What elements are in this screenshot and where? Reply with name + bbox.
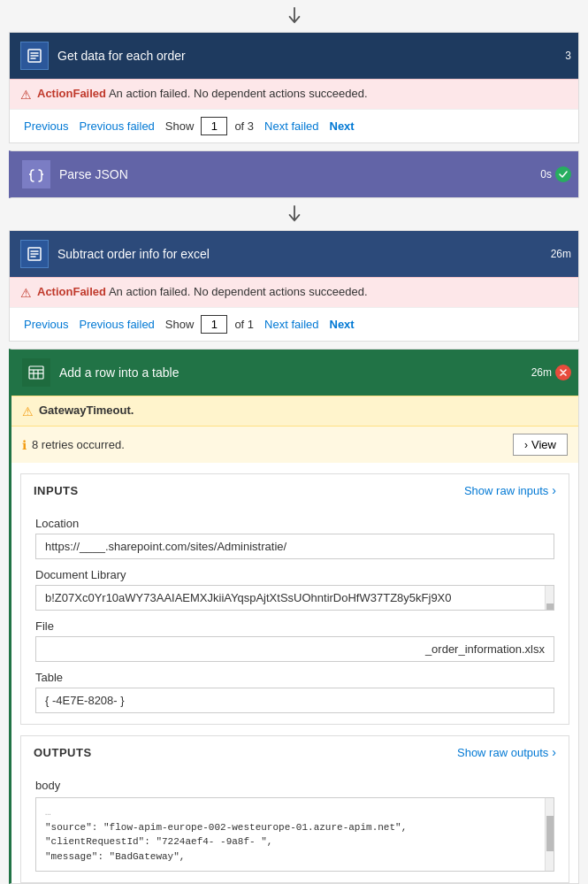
next-button-3[interactable]: Next	[326, 316, 358, 333]
previous-failed-button-1[interactable]: Previous failed	[76, 118, 158, 135]
table-value: { -4E7E-8208- }	[35, 688, 554, 713]
info-circle-icon-4: ℹ	[22, 438, 27, 452]
step-icon-2	[22, 160, 50, 188]
error-banner-1: ⚠ ActionFailed An action failed. No depe…	[10, 79, 578, 109]
warning-icon-4: ⚠	[22, 404, 34, 419]
error-badge-4	[555, 365, 571, 381]
excel-icon	[22, 358, 50, 387]
code-line-2: "clientRequestId": "7224aef4- -9a8f- ",	[45, 834, 545, 849]
step-card-3: Subtract order info for excel 26m ⚠ Acti…	[9, 230, 579, 342]
table-label: Table	[35, 671, 554, 684]
step-duration-3: 26m	[551, 248, 571, 260]
step-icon-4	[22, 358, 50, 387]
scrollbar-thumb	[546, 603, 554, 611]
outputs-title: OUTPUTS	[34, 746, 92, 759]
code-line-3: "message": "BadGateway",	[45, 849, 545, 865]
chevron-right-icon: ›	[524, 439, 528, 451]
document-library-value: b!Z07Xc0Yr10aWY73AAIAEMXJkiiAYqspAjtXtSs…	[35, 585, 554, 611]
step-header-3[interactable]: Subtract order info for excel 26m	[10, 231, 578, 277]
step-title-4: Add a row into a table	[59, 365, 568, 380]
next-failed-button-3[interactable]: Next failed	[261, 316, 322, 333]
success-badge-2	[555, 166, 571, 182]
step-header-1[interactable]: Get data for each order 3	[10, 33, 578, 79]
svg-rect-2	[29, 366, 43, 379]
step-header-4[interactable]: Add a row into a table 26m	[11, 350, 578, 396]
step-title-1: Get data for each order	[57, 49, 568, 63]
warning-text-4: GatewayTimeout.	[39, 404, 134, 417]
location-value: https://____.sharepoint.com/sites/Admini…	[35, 534, 554, 559]
file-value: _order_information.xlsx	[35, 636, 554, 662]
arrow-down-1	[0, 0, 588, 32]
warning-triangle-icon-1: ⚠	[20, 88, 32, 102]
step-title-2: Parse JSON	[59, 167, 568, 181]
next-button-1[interactable]: Next	[326, 118, 358, 135]
file-label: File	[35, 619, 554, 633]
step-icon-3	[20, 240, 49, 268]
body-label: body	[35, 779, 554, 792]
show-raw-outputs-link[interactable]: Show raw outputs ›	[457, 745, 556, 759]
step-duration-2: 0s	[540, 168, 552, 181]
chevron-right-icon-outputs: ›	[552, 745, 556, 759]
chevron-right-icon-inputs: ›	[552, 483, 556, 497]
pagination-3: Previous Previous failed Show of 1 Next …	[10, 307, 578, 341]
outputs-scrollbar	[545, 798, 554, 871]
arrow-down-2	[0, 198, 588, 230]
step-duration-4: 26m	[531, 366, 552, 379]
inputs-title: INPUTS	[34, 484, 79, 497]
scrollbar-right	[545, 586, 554, 610]
outputs-section: OUTPUTS Show raw outputs › body … "sourc…	[20, 735, 569, 883]
step-title-3: Subtract order info for excel	[57, 247, 568, 261]
pagination-1: Previous Previous failed Show of 3 Next …	[10, 109, 578, 142]
inputs-body: Location https://____.sharepoint.com/sit…	[21, 506, 569, 724]
inputs-section: INPUTS Show raw inputs › Location https:…	[20, 473, 569, 725]
error-banner-3: ⚠ ActionFailed An action failed. No depe…	[10, 277, 578, 307]
step-card-1: Get data for each order 3 ⚠ ActionFailed…	[9, 32, 579, 143]
error-message-3: An action failed. No dependent actions s…	[109, 285, 368, 298]
outputs-code-block: … "source": "flow-apim-europe-002-westeu…	[35, 797, 554, 872]
show-label-1: Show	[165, 119, 195, 133]
of-label-1: of 3	[234, 119, 254, 133]
error-text-3: ActionFailed An action failed. No depend…	[37, 285, 368, 298]
view-button-4[interactable]: › View	[513, 434, 568, 456]
error-text-1: ActionFailed An action failed. No depend…	[37, 87, 368, 100]
code-line-dots: …	[45, 805, 545, 820]
previous-button-1[interactable]: Previous	[20, 118, 73, 135]
json-icon	[22, 160, 50, 188]
previous-failed-button-3[interactable]: Previous failed	[76, 316, 158, 333]
step-duration-1: 3	[565, 50, 571, 62]
show-label-3: Show	[165, 318, 195, 331]
show-input-3[interactable]	[201, 315, 227, 334]
step-icon-1	[20, 42, 49, 70]
error-message-1: An action failed. No dependent actions s…	[109, 87, 368, 100]
of-label-3: of 1	[234, 318, 254, 331]
code-line-1: "source": "flow-apim-europe-002-westeuro…	[45, 820, 545, 835]
document-library-label: Document Library	[35, 568, 554, 581]
next-failed-button-1[interactable]: Next failed	[261, 118, 322, 135]
show-raw-inputs-link[interactable]: Show raw inputs ›	[464, 483, 556, 497]
step-card-4: Add a row into a table 26m ⚠ GatewayTime…	[9, 349, 579, 884]
warning-triangle-icon-3: ⚠	[20, 286, 32, 300]
outputs-header: OUTPUTS Show raw outputs ›	[21, 736, 569, 768]
step-card-2: Parse JSON 0s	[9, 150, 579, 198]
show-input-1[interactable]	[201, 117, 227, 135]
info-banner-4: ℹ 8 retries occurred. › View	[11, 426, 578, 463]
warning-banner-4: ⚠ GatewayTimeout.	[11, 396, 578, 426]
step-header-2[interactable]: Parse JSON 0s	[11, 151, 578, 197]
flow-container: Get data for each order 3 ⚠ ActionFailed…	[0, 0, 588, 884]
previous-button-3[interactable]: Previous	[20, 316, 73, 333]
loop-icon-1	[20, 42, 49, 70]
location-label: Location	[35, 517, 554, 530]
outputs-body: body … "source": "flow-apim-europe-002-w…	[21, 768, 569, 882]
inputs-header: INPUTS Show raw inputs ›	[21, 474, 569, 506]
loop-icon-3	[20, 240, 49, 268]
info-text-4: 8 retries occurred.	[32, 438, 508, 451]
